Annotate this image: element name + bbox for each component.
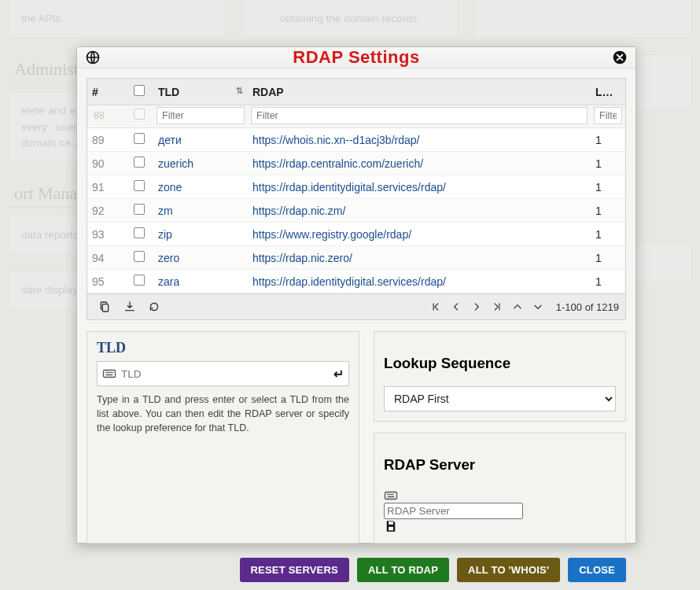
row-checkbox[interactable] [125,246,153,270]
ghost-check [125,105,153,128]
modal-title: RDAP Settings [293,47,419,68]
cell-tld[interactable]: zara [153,270,248,293]
cell-rdap[interactable]: https://rdap.identitydigital.services/rd… [248,175,591,199]
cell-tld[interactable]: zone [153,175,248,199]
lookup-sequence-select[interactable]: RDAP First [384,386,616,411]
tld-field: ↵ [97,361,349,386]
table-row[interactable]: 92zmhttps://rdap.nic.zm/1 [87,199,625,223]
cell-tld[interactable]: zm [153,199,248,223]
cell-tld[interactable]: zip [153,223,248,246]
table-row[interactable]: 89детиhttps://whois.nic.xn--d1acj3b/rdap… [87,128,625,152]
row-checkbox[interactable] [125,223,153,246]
row-checkbox[interactable] [125,128,153,152]
keyboard-icon [384,489,616,503]
all-to-rdap-button[interactable]: ALL TO RDAP [357,558,449,582]
tld-panel-title: TLD [97,340,349,356]
download-button[interactable] [119,297,141,316]
page-last-button[interactable] [487,298,507,315]
tld-panel: TLD ↵ Type in a TLD and press enter or s… [87,331,359,544]
cell-lookup: 1 [591,175,625,199]
cell-num: 94 [87,246,125,270]
table-row[interactable]: 94zerohttps://rdap.nic.zero/1 [87,246,625,270]
cell-num: 91 [87,175,125,199]
cell-tld[interactable]: дети [153,128,248,152]
servers-table: # TLD⇅ RDAP L… 88 89детиhttps://whois [87,78,626,320]
tld-input[interactable] [120,367,333,381]
cell-rdap[interactable]: https://rdap.centralnic.com/zuerich/ [248,152,591,175]
enter-icon[interactable]: ↵ [333,367,344,382]
row-checkbox[interactable] [125,270,153,293]
table-row[interactable]: 90zuerichhttps://rdap.centralnic.com/zue… [87,152,625,175]
cell-lookup: 1 [591,152,625,175]
svg-rect-3 [102,304,108,312]
tld-help-text: Type in a TLD and press enter or select … [97,393,349,435]
row-checkbox[interactable] [125,199,153,223]
cell-rdap[interactable]: https://rdap.nic.zero/ [248,246,591,270]
close-icon[interactable] [612,50,628,65]
col-header-check[interactable] [125,79,153,105]
cell-num: 92 [87,199,125,223]
table-toolbar: 1-100 of 1219 [87,293,625,319]
page-next-button[interactable] [466,298,487,315]
col-header-num[interactable]: # [87,79,125,105]
svg-rect-6 [389,522,393,525]
page-prev-button[interactable] [446,298,466,315]
col-header-lookup[interactable]: L… [591,79,625,105]
lookup-sequence-panel: Lookup Sequence RDAP First [374,331,626,422]
cell-lookup: 1 [591,199,625,223]
rdap-settings-modal: RDAP Settings # TLD⇅ RDAP L… 88 [76,46,636,544]
filter-rdap-input[interactable] [251,107,588,124]
cell-num: 93 [87,223,125,246]
refresh-button[interactable] [143,297,165,316]
ghost-num: 88 [87,105,125,128]
row-checkbox[interactable] [125,152,153,175]
filter-tld-input[interactable] [157,107,245,124]
rdap-panel-title: RDAP Server [384,456,616,474]
modal-actions: RESET SERVERS ALL TO RDAP ALL TO 'WHOIS'… [77,553,636,590]
cell-rdap[interactable]: https://rdap.identitydigital.services/rd… [248,270,591,293]
table-row[interactable]: 93ziphttps://www.registry.google/rdap/1 [87,223,625,246]
svg-rect-5 [385,492,397,499]
table-row[interactable]: 91zonehttps://rdap.identitydigital.servi… [87,175,625,199]
close-button[interactable]: CLOSE [568,558,626,582]
reset-servers-button[interactable]: RESET SERVERS [240,558,349,582]
all-to-whois-button[interactable]: ALL TO 'WHOIS' [457,558,560,582]
select-all-checkbox[interactable] [134,85,145,96]
cell-tld[interactable]: zero [153,246,248,270]
lookup-panel-title: Lookup Sequence [384,355,616,372]
cell-lookup: 1 [591,246,625,270]
cell-num: 90 [87,152,125,175]
pager-status: 1-100 of 1219 [556,301,619,313]
globe-icon [85,50,101,65]
cell-lookup: 1 [591,128,625,152]
cell-num: 95 [87,270,125,293]
sort-icon[interactable]: ⇅ [236,86,243,96]
modal-titlebar: RDAP Settings [77,47,636,68]
filter-lkp-input[interactable] [594,107,622,124]
page-first-button[interactable] [426,298,446,315]
cell-rdap[interactable]: https://rdap.nic.zm/ [248,199,591,223]
table-row[interactable]: 95zarahttps://rdap.identitydigital.servi… [87,270,625,293]
cell-rdap[interactable]: https://whois.nic.xn--d1acj3b/rdap/ [248,128,591,152]
rdap-server-input[interactable] [384,503,523,519]
save-icon[interactable] [384,519,616,533]
scroll-up-button[interactable] [507,298,528,315]
scroll-down-button[interactable] [528,298,548,315]
row-checkbox[interactable] [125,175,153,199]
cell-rdap[interactable]: https://www.registry.google/rdap/ [248,223,591,246]
cell-lookup: 1 [591,223,625,246]
rdap-server-field [384,489,616,533]
keyboard-icon [102,367,120,381]
svg-rect-7 [389,527,393,531]
svg-rect-4 [104,371,116,378]
cell-tld[interactable]: zuerich [153,152,248,175]
cell-num: 89 [87,128,125,152]
col-header-rdap[interactable]: RDAP [248,79,591,105]
cell-lookup: 1 [591,270,625,293]
copy-button[interactable] [94,297,116,316]
col-header-tld[interactable]: TLD⇅ [153,79,248,105]
rdap-server-panel: RDAP Server [374,433,626,543]
